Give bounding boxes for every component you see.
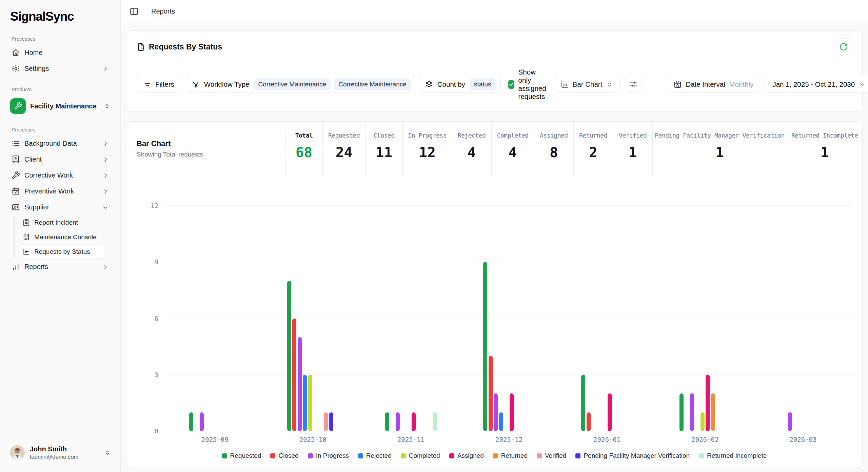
bar-returned-2026-02[interactable] [711, 393, 715, 431]
date-interval-value: Monthly [729, 80, 754, 88]
bar-requested-2026-01[interactable] [581, 375, 585, 431]
stat-value: 11 [376, 144, 392, 161]
sidebar-item-background-data[interactable]: Background Data [8, 136, 112, 151]
bar-assigned-2026-01[interactable] [608, 393, 612, 431]
legend-label: Returned [501, 452, 528, 459]
legend-item-assigned: Assigned [449, 452, 484, 459]
chevron-right-icon [102, 172, 109, 179]
x-axis-label: 2025-11 [397, 436, 425, 443]
legend-item-verified: Verified [537, 452, 566, 459]
stats-row: Bar Chart Showing Total requests Total68… [126, 122, 862, 176]
stat-completed: Completed4 [491, 122, 534, 176]
stat-label: Requested [328, 132, 360, 139]
sidebar-item-facility-maintenance[interactable]: Facility Maintenance [8, 96, 112, 117]
y-axis-label: 6 [155, 315, 158, 322]
workflow-type-chips: Corrective MaintenanceCorrective Mainten… [254, 78, 411, 90]
bar-rejected-2025-10[interactable] [303, 375, 307, 431]
bar-in-progress-2025-11[interactable] [396, 412, 400, 431]
funnel-icon [192, 81, 200, 88]
workflow-type-chip[interactable]: Corrective Maintenance [254, 78, 331, 90]
sidebar-item-supplier[interactable]: Supplier [8, 200, 112, 215]
stat-value: 24 [336, 144, 352, 161]
legend-swatch [358, 453, 363, 458]
x-axis-label: 2025-09 [201, 436, 229, 443]
count-by-control[interactable]: Count by status [419, 76, 501, 93]
bar-in-progress-2025-12[interactable] [494, 393, 498, 431]
page-title: Requests By Status [137, 42, 222, 52]
sidebar-item-maintenance-console[interactable]: Maintenance Console [18, 230, 105, 244]
bar-completed-2025-10[interactable] [308, 375, 312, 431]
sidebar-item-reports[interactable]: Reports [8, 259, 112, 274]
stat-value: 68 [296, 144, 312, 161]
filters-button[interactable]: Filters [137, 76, 181, 93]
sidebar-item-label: Corrective Work [24, 171, 73, 179]
bar-closed-2025-12[interactable] [489, 356, 493, 431]
sidebar-item-corrective-work[interactable]: Corrective Work [8, 168, 112, 183]
bar-in-progress-2025-10[interactable] [298, 337, 302, 431]
chart-card: Bar Chart Showing Total requests Total68… [126, 121, 863, 468]
legend-item-returned: Returned [493, 452, 528, 459]
bar-verified-2025-10[interactable] [324, 412, 328, 431]
refresh-button[interactable] [835, 38, 852, 55]
legend-swatch [449, 453, 454, 458]
bar-rejected-2025-12[interactable] [499, 412, 503, 431]
calendar-search-icon [674, 81, 682, 88]
sidebar-item-requests-by-status[interactable]: Requests by Status [18, 245, 105, 259]
sidebar-item-client[interactable]: Client [8, 152, 112, 167]
legend-swatch [308, 453, 313, 458]
sidebar-item-preventive-work[interactable]: Preventive Work [8, 184, 112, 199]
assigned-checkbox[interactable] [508, 80, 514, 89]
page-title-text: Requests By Status [149, 42, 222, 52]
user-menu[interactable]: John Smith tadmin@demo.com [8, 443, 112, 463]
stat-requested: Requested24 [322, 122, 365, 176]
bar-in-progress-2026-02[interactable] [690, 393, 694, 431]
bar-assigned-2026-02[interactable] [706, 375, 710, 431]
date-range-select[interactable]: Jan 1, 2025 - Oct 21, 2030 [766, 76, 868, 93]
bar-requested-2026-02[interactable] [679, 393, 684, 431]
chart-type-select[interactable]: Bar Chart [554, 76, 620, 93]
sidebar-item-report-incident[interactable]: Report Incident [18, 216, 105, 229]
stat-rejected: Rejected4 [452, 122, 491, 176]
stat-label: Closed [374, 132, 395, 139]
report-header-card: Requests By Status Filters [126, 30, 863, 112]
show-assigned-toggle[interactable]: Show only assigned requests [508, 68, 549, 101]
x-axis-label: 2025-10 [299, 436, 327, 443]
chart-tools: Bar Chart Date Interv [554, 76, 868, 93]
date-interval-button[interactable]: Date Interval Monthly [667, 76, 760, 93]
legend-label: Closed [278, 452, 298, 459]
bar-closed-2025-10[interactable] [292, 319, 296, 431]
sidebar-item-home[interactable]: Home [8, 45, 112, 60]
bar-requested-2025-12[interactable] [483, 262, 487, 431]
stat-total: Total68 [285, 122, 322, 176]
sidebar-toggle-icon[interactable] [130, 7, 139, 16]
bar-pending-facility-manager-verification-2025-10[interactable] [329, 412, 333, 431]
bar-completed-2026-02[interactable] [701, 412, 705, 431]
bar-requested-2025-11[interactable] [385, 412, 389, 431]
chevron-right-icon [102, 156, 109, 163]
sliders-icon [629, 80, 637, 88]
stat-label: Rejected [458, 132, 486, 139]
stat-label: Returned [579, 132, 607, 139]
stat-label: In Progress [408, 132, 447, 139]
workflow-type-chip[interactable]: Corrective Maintenance [334, 78, 411, 90]
bar-assigned-2025-11[interactable] [412, 412, 416, 431]
sidebar-item-label: Background Data [24, 140, 77, 147]
calendar-check-icon [12, 187, 20, 196]
bar-requested-2025-10[interactable] [287, 281, 291, 431]
x-axis-label: 2026-01 [593, 436, 620, 443]
sidebar-item-settings[interactable]: Settings [8, 61, 112, 76]
chart-settings-button[interactable] [625, 76, 642, 93]
bar-assigned-2025-12[interactable] [510, 393, 514, 431]
bar-in-progress-2025-09[interactable] [200, 412, 204, 431]
workflow-type-filter[interactable]: Workflow Type Corrective MaintenanceCorr… [186, 76, 414, 93]
bar-closed-2026-01[interactable] [587, 412, 591, 431]
bar-returned-incomplete-2025-11[interactable] [433, 412, 437, 431]
legend-label: Verified [545, 452, 566, 459]
gridline [166, 205, 852, 206]
chart-column-icon [561, 81, 569, 88]
bar-in-progress-2026-03[interactable] [788, 412, 792, 431]
filters-row: Filters Workflow Type Corrective Mainten… [137, 68, 852, 101]
show-assigned-label: Show only assigned requests [518, 68, 549, 101]
nav-section-label: Products [12, 86, 109, 92]
bar-requested-2025-09[interactable] [189, 412, 193, 431]
